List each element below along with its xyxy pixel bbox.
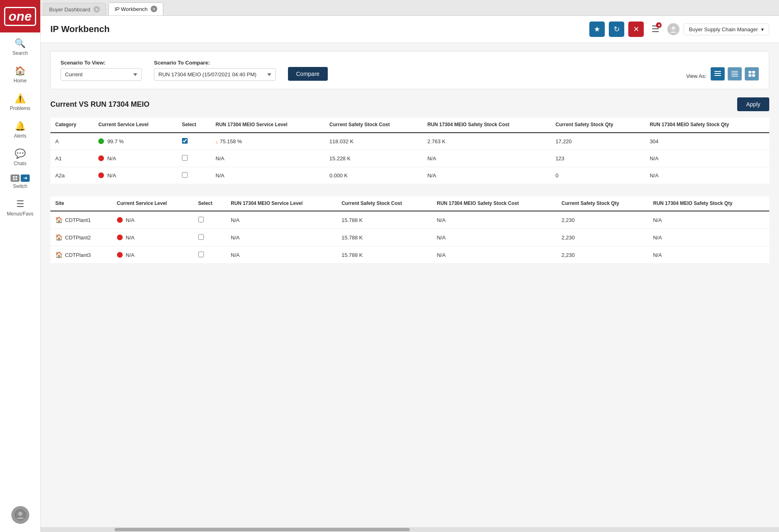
select-checkbox[interactable] [198, 252, 204, 257]
sidebar-item-problems[interactable]: ⚠️ Problems [0, 88, 40, 115]
tab-close-ip-workbench[interactable]: ✕ [151, 6, 157, 12]
switch-box-right [21, 174, 30, 182]
tab-close-buyer-dashboard[interactable]: ✕ [93, 6, 100, 13]
tab-label-active: IP Workbench [115, 6, 147, 12]
select-checkbox[interactable] [182, 155, 188, 161]
col-header-current-ssc: Current Safety Stock Cost [325, 118, 422, 133]
scenario-compare-label: Scenario To Compare: [154, 60, 276, 66]
svg-rect-8 [714, 71, 721, 72]
run-service-level-value: N/A [216, 155, 225, 162]
col-header-run-service-level: RUN 17304 MEIO Service Level [211, 118, 325, 133]
service-level-cell: 99.7 % [93, 133, 177, 150]
svg-rect-1 [15, 176, 17, 178]
scenario-compare-select[interactable]: RUN 17304 MEIO (15/07/2021 04:40 PM) RUN… [154, 68, 276, 81]
run-ssc-cell: 2.763 K [422, 133, 551, 150]
current-ssc-cell: 0.000 K [325, 167, 422, 184]
table-row: 🏠 CDTPlant3 N/A N/A 15.788 K N/A 2,230 N… [50, 246, 769, 264]
run-service-level-cell: N/A [211, 150, 325, 167]
status-dot [98, 172, 104, 178]
sidebar-item-alerts[interactable]: 🔔 Alerts [0, 115, 40, 143]
sidebar-item-chats[interactable]: 💬 Chats [0, 143, 40, 170]
select-checkbox[interactable] [198, 217, 204, 222]
user-avatar[interactable] [11, 506, 29, 524]
tab-ip-workbench[interactable]: IP Workbench ✕ [108, 2, 163, 15]
col-header-site-current-ssc: Current Safety Stock Cost [337, 196, 432, 211]
svg-rect-18 [752, 74, 755, 77]
run-ssc-cell: N/A [432, 246, 556, 264]
service-level-value: N/A [126, 235, 135, 241]
sidebar-item-label: Alerts [14, 133, 26, 139]
main-content: Scenario To View: Current RUN 17304 MEIO… [41, 43, 779, 527]
table-row: A1 N/A N/A 15.228 K N/A 123 N/A [50, 150, 769, 167]
scenario-view-select[interactable]: Current RUN 17304 MEIO RUN 17303 MEIO [61, 68, 142, 81]
col-header-run-ssc: RUN 17304 MEIO Safety Stock Cost [422, 118, 551, 133]
menus-icon: ☰ [16, 199, 24, 209]
run-ssq-cell: N/A [648, 246, 769, 264]
refresh-icon: ↻ [614, 25, 620, 34]
view-compact-button[interactable] [727, 67, 742, 81]
horizontal-scrollbar[interactable] [41, 527, 779, 532]
run-ssq-cell: N/A [648, 229, 769, 246]
apply-button[interactable]: Apply [737, 97, 769, 111]
current-ssc-cell: 15.788 K [337, 229, 432, 246]
service-level-cell: N/A [93, 150, 177, 167]
app-logo[interactable]: one [0, 0, 40, 32]
service-level-cell: N/A [93, 167, 177, 184]
sidebar-item-menus[interactable]: ☰ Menus/Favs [0, 193, 40, 221]
tab-buyer-dashboard[interactable]: Buyer Dashboard ✕ [43, 3, 106, 15]
svg-rect-0 [13, 176, 15, 178]
select-cell[interactable] [177, 133, 211, 150]
select-cell[interactable] [177, 167, 211, 184]
current-ssq-cell: 17,220 [551, 133, 645, 150]
view-card-button[interactable] [744, 67, 759, 81]
select-checkbox[interactable] [182, 138, 188, 144]
select-cell[interactable] [193, 246, 226, 264]
view-list-button[interactable] [710, 67, 725, 81]
scenario-view-label: Scenario To View: [61, 60, 142, 66]
close-workbench-button[interactable]: ✕ [628, 22, 644, 37]
col-header-site-current-service-level: Current Service Level [112, 196, 193, 211]
refresh-button[interactable]: ↻ [609, 22, 624, 37]
page-title: IP Workbench [50, 24, 110, 34]
page-header: IP Workbench ★ ↻ ✕ ☰ ★ [41, 16, 779, 43]
down-arrow-icon: ↓ [216, 138, 219, 144]
compare-button[interactable]: Compare [288, 67, 328, 81]
current-ssq-cell: 2,230 [556, 246, 648, 264]
house-icon: 🏠 [55, 216, 63, 224]
select-cell[interactable] [177, 150, 211, 167]
service-level-cell: N/A [112, 246, 193, 264]
sidebar-item-home[interactable]: 🏠 Home [0, 60, 40, 88]
svg-rect-10 [714, 75, 721, 76]
col-header-current-service-level: Current Service Level [93, 118, 177, 133]
notifications-button[interactable]: ☰ ★ [648, 22, 663, 37]
status-dot [98, 155, 104, 161]
switch-box-left [11, 174, 19, 182]
col-header-site: Site [50, 196, 112, 211]
user-dropdown[interactable]: Buyer Supply Chain Manager ▾ [684, 24, 769, 35]
svg-rect-2 [13, 179, 15, 180]
run-service-level-cell: N/A [211, 167, 325, 184]
col-header-current-ssq: Current Safety Stock Qty [551, 118, 645, 133]
select-cell[interactable] [193, 229, 226, 246]
current-ssc-cell: 118.032 K [325, 133, 422, 150]
site-table: Site Current Service Level Select RUN 17… [50, 196, 769, 264]
sidebar-item-switch[interactable]: Switch [0, 170, 40, 193]
service-level-value: 99.7 % [107, 138, 123, 144]
select-checkbox[interactable] [198, 234, 204, 240]
table-row: A2a N/A N/A 0.000 K N/A 0 N/A [50, 167, 769, 184]
user-avatar-header [667, 23, 679, 35]
select-cell[interactable] [193, 211, 226, 229]
tab-label: Buyer Dashboard [49, 6, 90, 13]
select-checkbox[interactable] [182, 172, 188, 178]
comparison-title: Current VS RUN 17304 MEIO [50, 100, 149, 109]
logo-text: one [4, 7, 36, 26]
sidebar-item-search[interactable]: 🔍 Search [0, 32, 40, 60]
scenario-view-group: Scenario To View: Current RUN 17304 MEIO… [61, 60, 142, 81]
favorite-button[interactable]: ★ [589, 22, 605, 37]
close-icon: ✕ [633, 25, 639, 34]
col-header-site-run-ssc: RUN 17304 MEIO Safety Stock Cost [432, 196, 556, 211]
table-row: 🏠 CDTPlant1 N/A N/A 15.788 K N/A 2,230 N… [50, 211, 769, 229]
switch-icons [11, 174, 30, 182]
site-cell: 🏠 CDTPlant3 [50, 246, 112, 264]
site-cell: 🏠 CDTPlant1 [50, 211, 112, 229]
